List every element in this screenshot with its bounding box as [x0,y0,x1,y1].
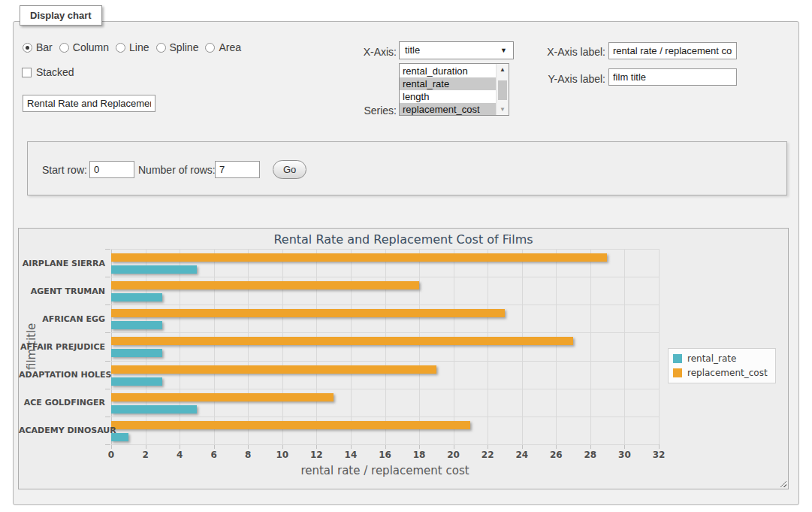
bar-rental_rate[interactable] [111,405,197,414]
grid-line-vertical [351,249,352,444]
chart-type-option-bar[interactable]: Bar [23,41,53,53]
category-label: ADAPTATION HOLES [19,370,105,380]
legend-swatch [673,368,682,377]
x-tick-label: 28 [584,450,597,460]
radio-button[interactable] [116,43,125,53]
y-axis-tick [105,361,110,362]
grid-line-vertical [316,249,317,444]
legend-item-rental_rate[interactable]: rental_rate [673,353,768,364]
radio-label: Spline [170,41,199,53]
radio-label: Area [219,41,241,53]
radio-button[interactable] [59,43,69,53]
bar-replacement_cost[interactable] [111,421,470,429]
grid-line-horizontal [111,332,659,333]
resize-handle-icon[interactable] [779,480,786,487]
bar-replacement_cost[interactable] [111,393,334,401]
bar-replacement_cost[interactable] [111,337,573,345]
y-axis-label-input[interactable] [608,68,737,86]
x-axis-label-input[interactable] [608,42,737,59]
series-select-label: Series: [315,105,397,117]
x-axis-selected-value: title [405,42,420,59]
x-tick-label: 20 [447,450,460,460]
bar-rental_rate[interactable] [111,377,162,386]
number-of-rows-input[interactable] [215,161,260,178]
y-axis-tick [105,444,110,445]
category-label: AFFAIR PREJUDICE [19,342,105,352]
grid-line-vertical [146,249,146,444]
grid-line-vertical [488,249,488,444]
grid-line-vertical [111,249,112,444]
x-tick-label: 12 [310,450,323,460]
bar-rental_rate[interactable] [111,293,162,301]
series-option-rental_duration[interactable]: rental_duration [400,65,496,77]
chart-type-option-line[interactable]: Line [116,41,149,53]
x-tick-label: 10 [276,450,288,460]
chart-container: Rental Rate and Replacement Cost of Film… [18,228,789,489]
x-axis-select[interactable]: title ▼ [399,41,514,59]
x-tick-label: 2 [142,450,148,460]
category-label: AFRICAN EGG [19,314,105,323]
x-axis-title: rental rate / replacement cost [111,464,659,477]
start-row-input[interactable] [89,161,134,178]
chart-type-radio-group: BarColumnLineSplineArea [23,41,241,53]
bar-replacement_cost[interactable] [111,253,607,262]
series-option-replacement_cost[interactable]: replacement_cost [400,103,496,116]
chart-type-option-spline[interactable]: Spline [156,41,199,53]
x-tick-label: 24 [515,450,528,460]
chart-title-input[interactable] [23,95,155,112]
radio-label: Line [129,41,149,53]
legend-label: replacement_cost [687,368,768,378]
stacked-label: Stacked [36,66,74,78]
scrollbar-down-icon[interactable]: ▼ [497,104,509,115]
y-axis-tick [105,249,110,250]
number-of-rows-label: Number of rows: [138,164,216,176]
bar-rental_rate[interactable] [111,349,162,357]
x-tick-label: 22 [481,450,494,460]
chart-type-option-column[interactable]: Column [59,41,109,53]
bar-replacement_cost[interactable] [111,365,436,374]
y-axis-tick [105,389,110,389]
radio-label: Bar [36,41,53,53]
plot-area [111,249,659,444]
scrollbar-up-icon[interactable]: ▲ [497,64,509,75]
bar-replacement_cost[interactable] [111,309,505,317]
series-option-length[interactable]: length [400,90,496,103]
x-tick-label: 18 [413,450,426,460]
series-options: rental_durationrental_ratelengthreplacem… [400,65,496,116]
x-tick-label: 4 [177,450,183,460]
y-axis-tick [105,417,110,417]
stacked-option[interactable]: Stacked [22,66,74,78]
category-label: ACADEMY DINOSAUR [19,426,105,435]
stacked-checkbox[interactable] [22,68,32,77]
series-option-rental_rate[interactable]: rental_rate [400,77,496,90]
grid-line-vertical [556,249,557,444]
grid-line-horizontal [111,389,659,389]
legend-label: rental_rate [687,353,736,364]
x-tick-label: 14 [345,450,358,460]
grid-line-horizontal [111,444,659,445]
radio-button[interactable] [23,43,32,53]
bar-rental_rate[interactable] [111,265,197,274]
legend-item-replacement_cost[interactable]: replacement_cost [673,368,768,378]
bar-replacement_cost[interactable] [111,281,419,289]
x-axis-select-label: X-Axis: [315,46,397,58]
start-row-label: Start row: [42,164,87,176]
category-label: AIRPLANE SIERRA [19,258,105,268]
chevron-down-icon: ▼ [500,42,507,59]
bar-rental_rate[interactable] [111,321,162,329]
legend-swatch [673,354,682,363]
grid-line-horizontal [111,361,659,362]
radio-button[interactable] [156,43,166,53]
chart-type-option-area[interactable]: Area [205,41,241,53]
grid-line-horizontal [111,277,659,277]
radio-button[interactable] [205,43,215,53]
chart-title: Rental Rate and Replacement Cost of Film… [19,232,788,247]
y-axis-tick [105,332,110,333]
grid-line-vertical [180,249,180,444]
series-listbox[interactable]: rental_durationrental_ratelengthreplacem… [399,63,509,116]
category-label: AGENT TRUMAN [19,286,105,295]
grid-line-vertical [590,249,591,444]
scrollbar-thumb[interactable] [498,80,507,100]
scrollbar[interactable]: ▲ ▼ [496,64,509,115]
go-button[interactable]: Go [273,160,306,179]
